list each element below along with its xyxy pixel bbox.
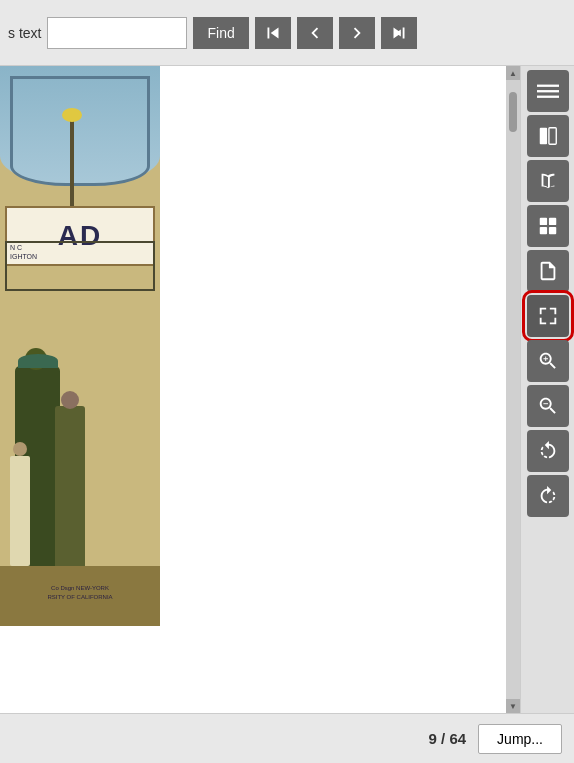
book-view-button[interactable]: [527, 160, 569, 202]
scrollbar-up-arrow[interactable]: ▲: [506, 66, 520, 80]
publisher-line2: RSITY OF CALIFORNIA: [0, 593, 160, 601]
document-viewer[interactable]: AD N C IGHTON: [0, 66, 520, 713]
rotate-cw-button[interactable]: [527, 475, 569, 517]
scrollbar-down-arrow[interactable]: ▼: [506, 699, 520, 713]
search-input[interactable]: [47, 17, 187, 49]
toolbar: s text Find: [0, 0, 574, 66]
page-view-button[interactable]: [527, 250, 569, 292]
jump-button[interactable]: Jump...: [478, 724, 562, 754]
right-sidebar: [520, 66, 574, 713]
scrollbar-thumb[interactable]: [509, 92, 517, 132]
fit-page-wrapper: [527, 295, 569, 337]
viewer-scrollbar[interactable]: ▲ ▼: [506, 66, 520, 713]
svg-rect-8: [539, 227, 546, 234]
svg-rect-7: [548, 218, 555, 225]
figure2: [55, 406, 85, 566]
svg-rect-3: [537, 96, 559, 98]
svg-rect-1: [537, 85, 559, 87]
nav-prev-button[interactable]: [297, 17, 333, 49]
main-area: AD N C IGHTON: [0, 66, 574, 713]
svg-rect-6: [539, 218, 546, 225]
svg-rect-5: [548, 128, 555, 145]
bottom-bar: 9 / 64 Jump...: [0, 713, 574, 763]
nav-last-button[interactable]: [381, 17, 417, 49]
search-label: s text: [8, 25, 41, 41]
book-cover: AD N C IGHTON: [0, 66, 160, 626]
grid-view-button[interactable]: [527, 205, 569, 247]
menu-button[interactable]: [527, 70, 569, 112]
zoom-in-button[interactable]: [527, 340, 569, 382]
svg-rect-4: [539, 128, 546, 145]
cover-sign: N C IGHTON: [5, 241, 155, 291]
cover-arch: [0, 66, 160, 186]
cover-people: [0, 286, 160, 566]
cover-ground: Co Dsgn NEW-YORK RSITY OF CALIFORNIA: [0, 566, 160, 626]
publisher-line1: Co Dsgn NEW-YORK: [0, 584, 160, 592]
sidebar-toggle-button[interactable]: [527, 115, 569, 157]
rotate-ccw-button[interactable]: [527, 430, 569, 472]
scrollbar-track[interactable]: [509, 82, 517, 697]
nav-first-button[interactable]: [255, 17, 291, 49]
svg-rect-9: [548, 227, 555, 234]
lamp-post: [70, 116, 74, 216]
page-info: 9 / 64: [429, 730, 467, 747]
cover-sign-line1: N C: [7, 243, 153, 252]
svg-rect-2: [537, 90, 559, 92]
figure3: [10, 456, 30, 566]
fit-page-button[interactable]: [527, 295, 569, 337]
find-button[interactable]: Find: [193, 17, 248, 49]
svg-rect-0: [402, 27, 404, 38]
nav-next-button[interactable]: [339, 17, 375, 49]
cover-publisher: Co Dsgn NEW-YORK RSITY OF CALIFORNIA: [0, 584, 160, 601]
cover-sign-line2: IGHTON: [7, 252, 153, 261]
zoom-out-button[interactable]: [527, 385, 569, 427]
